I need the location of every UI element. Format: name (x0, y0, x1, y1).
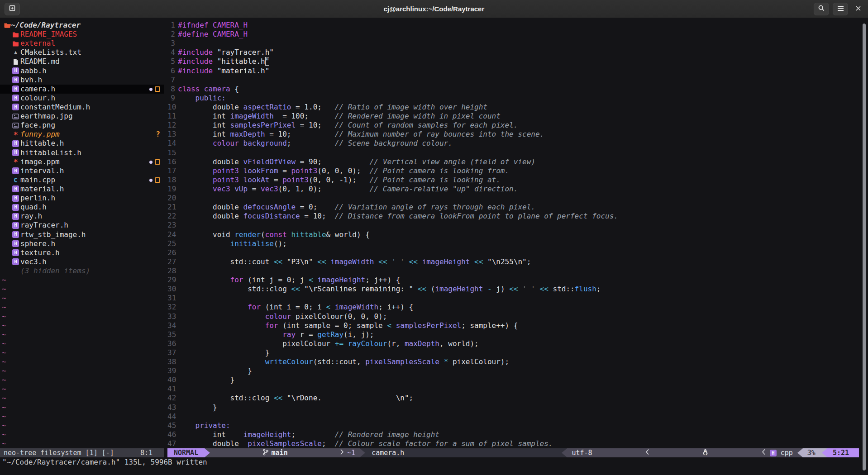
line-number: 16 (167, 157, 175, 166)
code-line[interactable]: 40 } (167, 375, 868, 385)
code-line[interactable]: 26 (167, 248, 868, 257)
code-line[interactable]: 25 initialise(); (167, 239, 868, 248)
code-line[interactable]: 34 for (int sample = 0; sample < samples… (167, 321, 868, 330)
file-row[interactable]: Hhittable.h (0, 139, 164, 148)
empty-line-tilde: ~ (0, 430, 164, 439)
line-number: 36 (167, 339, 175, 348)
file-row[interactable]: README.md (0, 57, 164, 66)
code-line[interactable]: 6#include "material.h" (167, 66, 868, 76)
main-statusline: NORMAL main ~1 camera.h utf-8 (167, 448, 868, 457)
neotree-panel[interactable]: ~/Code/RaytracerREADME_IMAGESexternal▲CM… (0, 18, 164, 448)
file-row[interactable]: Hray.h (0, 212, 164, 221)
code-line[interactable]: 35 ray r = getRay(i, j); (167, 330, 868, 339)
code-line[interactable]: 36 pixelColour += rayColour(r, maxDepth,… (167, 339, 868, 348)
code-line[interactable]: 19 vec3 vUp = vec3(0, 1, 0); // Camera-r… (167, 185, 868, 194)
file-row[interactable]: ~/Code/Raytracer (0, 21, 164, 30)
h-icon: H (12, 148, 19, 157)
file-row[interactable]: Hbvh.h (0, 76, 164, 85)
file-row[interactable]: Cmain.cpp (0, 176, 164, 185)
code-line[interactable]: 3 (167, 39, 868, 48)
code-line[interactable]: 22 double focusDistance = 10; // Distanc… (167, 212, 868, 221)
code-line[interactable]: 44 (167, 412, 868, 421)
code-line[interactable]: 15 (167, 148, 868, 157)
fileinfo-segment: utf-8 H cpp (567, 448, 797, 457)
code-line[interactable]: 45 private: (167, 421, 868, 430)
code-line[interactable]: 41 (167, 385, 868, 394)
close-button[interactable] (852, 3, 864, 15)
code-line[interactable]: 42 std::clog << "\rDone. \n"; (167, 394, 868, 403)
code-line[interactable]: 46 int imageHeight; // Rendered image he… (167, 430, 868, 439)
empty-line-tilde: ~ (0, 321, 164, 330)
code-line[interactable]: 39 } (167, 366, 868, 375)
file-row[interactable]: Hquad.h (0, 203, 164, 212)
folder-icon (12, 39, 19, 48)
line-number: 19 (167, 185, 175, 194)
code-line[interactable]: 24 void render(const hittable& world) { (167, 230, 868, 239)
file-row[interactable]: Hmaterial.h (0, 185, 164, 194)
code-line[interactable]: 8class camera { (167, 85, 868, 94)
line-number: 26 (167, 248, 175, 257)
menu-button[interactable] (833, 3, 848, 15)
file-row[interactable]: HhittableList.h (0, 148, 164, 157)
code-line[interactable]: 4#include "rayTracer.h" (167, 48, 868, 57)
untracked-badge: ? (156, 130, 160, 139)
code-line[interactable]: 28 (167, 266, 868, 276)
file-row[interactable]: external (0, 39, 164, 48)
file-row[interactable]: HconstantMedium.h (0, 103, 164, 112)
filetype-label: cpp (781, 449, 793, 457)
empty-line-tilde: ~ (0, 348, 164, 357)
code-line[interactable]: 38 writeColour(std::cout, pixelSamplesSc… (167, 357, 868, 366)
code-line[interactable]: 17 point3 lookFrom = point3(0, 0, 0); //… (167, 166, 868, 176)
code-line[interactable]: 10 double aspectRatio = 1.0; // Ratio of… (167, 103, 868, 112)
code-line[interactable]: 1#ifndef CAMERA_H (167, 21, 868, 30)
code-line[interactable]: 43 } (167, 403, 868, 412)
code-line[interactable]: 30 std::clog << "\rScanlines remaining: … (167, 285, 868, 294)
file-row[interactable]: Hvec3.h (0, 257, 164, 266)
code-line[interactable]: 37 } (167, 348, 868, 357)
code-line[interactable]: 32 for (int i = 0; i < imageWidth; i++) … (167, 303, 868, 312)
code-line[interactable]: 27 std::cout << "P3\n" << imageWidth << … (167, 257, 868, 266)
file-row[interactable]: *funny.ppm? (0, 130, 164, 139)
code-line[interactable]: 33 colour pixelColour(0, 0, 0); (167, 312, 868, 321)
h-icon: H (12, 221, 19, 230)
file-row[interactable]: Hinterval.h (0, 166, 164, 176)
code-line[interactable]: 20 (167, 194, 868, 203)
file-row[interactable]: *image.ppm (0, 157, 164, 166)
code-line[interactable]: 21 double defocusAngle = 0; // Variation… (167, 203, 868, 212)
code-line[interactable]: 12 int samplesPerPixel = 10; // Count of… (167, 121, 868, 130)
file-row[interactable]: README_IMAGES (0, 30, 164, 39)
code-line[interactable]: 13 int maxDepth = 10; // Maximum number … (167, 130, 868, 139)
file-row[interactable]: Haabb.h (0, 66, 164, 76)
file-row[interactable]: earthmap.jpg (0, 112, 164, 121)
file-row[interactable]: Hperlin.h (0, 194, 164, 203)
new-tab-button[interactable] (5, 3, 20, 15)
code-line[interactable]: 23 (167, 221, 868, 230)
code-line[interactable]: 14 colour background; // Scene backgroun… (167, 139, 868, 148)
asterisk-icon: * (12, 157, 19, 166)
code-line[interactable]: 5#include "hittable.h" (167, 57, 868, 66)
code-line[interactable]: 2#define CAMERA_H (167, 30, 868, 39)
code-line[interactable]: 29 for (int j = 0; j < imageHeight; j++)… (167, 276, 868, 285)
code-line[interactable]: 11 int imageWidth = 100; // Rendered ima… (167, 112, 868, 121)
h-icon: H (12, 194, 19, 203)
file-row[interactable]: Htexture.h (0, 248, 164, 257)
empty-line-tilde: ~ (0, 366, 164, 375)
file-row[interactable]: Hrtw_stb_image.h (0, 230, 164, 239)
file-row[interactable]: face.png (0, 121, 164, 130)
code-editor[interactable]: 1#ifndef CAMERA_H2#define CAMERA_H34#inc… (167, 18, 868, 448)
file-row[interactable]: Hcamera.h (0, 85, 164, 94)
terminal-scrollbar[interactable] (863, 24, 866, 470)
code-line[interactable]: 31 (167, 294, 868, 303)
line-number: 44 (167, 412, 175, 421)
code-line[interactable]: 16 double vFieldOfView = 90; // Vertical… (167, 157, 868, 166)
line-number: 28 (167, 266, 175, 276)
file-row[interactable]: Hcolour.h (0, 94, 164, 103)
file-row[interactable]: HrayTracer.h (0, 221, 164, 230)
code-line[interactable]: 18 point3 lookAt = point3(0, 0, -1); // … (167, 176, 868, 185)
file-row[interactable]: Hsphere.h (0, 239, 164, 248)
search-button[interactable] (814, 3, 829, 15)
code-line[interactable]: 9 public: (167, 94, 868, 103)
empty-line-tilde: ~ (0, 439, 164, 448)
file-row[interactable]: ▲CMakeLists.txt (0, 48, 164, 57)
code-line[interactable]: 7 (167, 76, 868, 85)
